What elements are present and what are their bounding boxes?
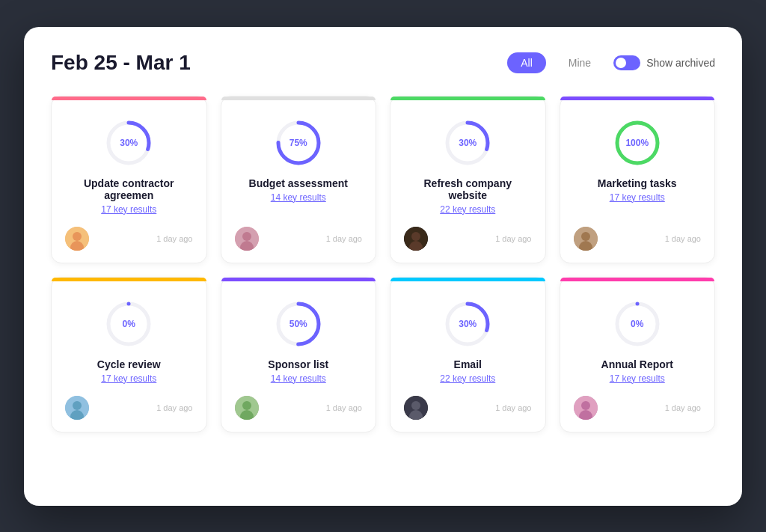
cards-grid: 30% Update contractor agreemen 17 key re… <box>51 96 715 432</box>
card-top-bar <box>560 278 715 281</box>
card-footer: 1 day ago <box>235 227 363 251</box>
card-time: 1 day ago <box>326 403 362 412</box>
date-range-title: Feb 25 - Mar 1 <box>51 51 191 75</box>
show-archived-label: Show archived <box>646 57 715 69</box>
avatar <box>235 227 259 251</box>
card-top-bar <box>221 278 376 281</box>
card-top-bar <box>52 97 206 100</box>
svg-point-23 <box>73 401 82 410</box>
card-time: 1 day ago <box>665 234 701 243</box>
card-card-1[interactable]: 30% Update contractor agreemen 17 key re… <box>51 96 207 263</box>
card-card-7[interactable]: 30% Email 22 key results 1 day ago <box>390 277 546 432</box>
card-key-results[interactable]: 17 key results <box>65 373 193 384</box>
progress-label: 0% <box>631 319 643 329</box>
card-time: 1 day ago <box>156 234 192 243</box>
card-key-results[interactable]: 22 key results <box>404 373 532 384</box>
card-title: Cycle review <box>65 358 193 370</box>
main-container: Feb 25 - Mar 1 All Mine Show archived <box>24 27 742 506</box>
progress-label: 0% <box>123 319 135 329</box>
card-key-results[interactable]: 22 key results <box>404 204 532 215</box>
progress-label: 50% <box>289 319 307 329</box>
progress-label: 75% <box>289 138 307 148</box>
progress-label: 30% <box>120 138 138 148</box>
card-title: Annual Report <box>574 358 702 370</box>
card-time: 1 day ago <box>665 403 701 412</box>
card-title: Refresh company website <box>404 177 532 201</box>
avatar <box>65 227 89 251</box>
progress-label: 30% <box>459 319 477 329</box>
progress-circle: 30% <box>105 119 153 167</box>
avatar <box>65 396 89 420</box>
svg-point-13 <box>411 232 420 241</box>
progress-circle: 75% <box>275 119 322 167</box>
page-header: Feb 25 - Mar 1 All Mine Show archived <box>51 51 715 75</box>
filter-all-button[interactable]: All <box>507 52 546 73</box>
progress-label: 30% <box>459 138 477 148</box>
svg-point-28 <box>242 401 251 410</box>
svg-point-38 <box>581 401 590 410</box>
toggle-thumb <box>616 58 626 68</box>
card-progress-area: 0% <box>574 300 702 348</box>
card-progress-area: 75% <box>235 119 363 167</box>
progress-circle: 0% <box>613 300 661 348</box>
card-progress-area: 30% <box>404 119 532 167</box>
card-footer: 1 day ago <box>65 227 193 251</box>
avatar <box>574 396 598 420</box>
progress-circle: 0% <box>105 300 153 348</box>
card-top-bar <box>390 278 545 281</box>
svg-point-3 <box>73 232 82 241</box>
show-archived-toggle[interactable]: Show archived <box>613 55 715 70</box>
card-top-bar <box>221 97 376 100</box>
avatar <box>404 396 428 420</box>
card-title: Sponsor list <box>235 358 363 370</box>
card-key-results[interactable]: 17 key results <box>574 192 702 203</box>
card-time: 1 day ago <box>495 234 531 243</box>
card-time: 1 day ago <box>326 234 362 243</box>
card-time: 1 day ago <box>156 403 192 412</box>
card-card-4[interactable]: 100% Marketing tasks 17 key results 1 da… <box>560 96 716 263</box>
progress-circle: 50% <box>275 300 322 348</box>
card-progress-area: 100% <box>574 119 702 167</box>
card-footer: 1 day ago <box>574 396 702 420</box>
card-progress-area: 30% <box>65 119 193 167</box>
card-key-results[interactable]: 14 key results <box>235 373 363 384</box>
svg-point-18 <box>581 232 590 241</box>
card-title: Budget assessment <box>235 177 363 189</box>
toggle-track <box>613 55 640 70</box>
card-key-results[interactable]: 17 key results <box>574 373 702 384</box>
avatar <box>404 227 428 251</box>
card-title: Email <box>404 358 532 370</box>
progress-circle: 30% <box>444 119 491 167</box>
card-footer: 1 day ago <box>235 396 363 420</box>
card-top-bar <box>390 97 545 100</box>
avatar <box>235 396 259 420</box>
card-key-results[interactable]: 17 key results <box>65 204 193 215</box>
card-progress-area: 30% <box>404 300 532 348</box>
card-progress-area: 0% <box>65 300 193 348</box>
card-footer: 1 day ago <box>574 227 702 251</box>
card-card-3[interactable]: 30% Refresh company website 22 key resul… <box>390 96 546 263</box>
card-progress-area: 50% <box>235 300 363 348</box>
card-footer: 1 day ago <box>404 396 532 420</box>
progress-label: 100% <box>625 138 649 148</box>
card-time: 1 day ago <box>495 403 531 412</box>
card-card-6[interactable]: 50% Sponsor list 14 key results 1 day ag… <box>221 277 377 432</box>
progress-circle: 100% <box>613 119 661 167</box>
svg-point-33 <box>411 401 420 410</box>
card-title: Update contractor agreemen <box>65 177 193 201</box>
svg-point-8 <box>242 232 251 241</box>
card-card-8[interactable]: 0% Annual Report 17 key results 1 day ag… <box>560 277 716 432</box>
card-footer: 1 day ago <box>65 396 193 420</box>
card-footer: 1 day ago <box>404 227 532 251</box>
header-controls: All Mine Show archived <box>507 52 715 73</box>
avatar <box>574 227 598 251</box>
card-card-2[interactable]: 75% Budget assessment 14 key results 1 d… <box>221 96 377 263</box>
card-key-results[interactable]: 14 key results <box>235 192 363 203</box>
progress-circle: 30% <box>444 300 491 348</box>
filter-mine-button[interactable]: Mine <box>555 52 604 73</box>
card-title: Marketing tasks <box>574 177 702 189</box>
card-top-bar <box>560 97 715 100</box>
card-card-5[interactable]: 0% Cycle review 17 key results 1 day ago <box>51 277 207 432</box>
card-top-bar <box>52 278 206 281</box>
